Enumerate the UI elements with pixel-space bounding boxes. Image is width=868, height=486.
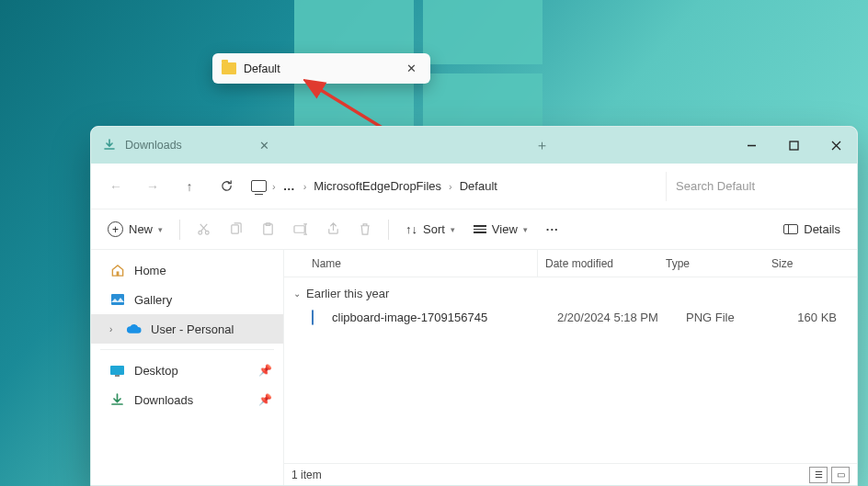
file-size: 160 KB: [792, 311, 857, 324]
nav-gallery[interactable]: Gallery: [91, 285, 283, 314]
search-input[interactable]: [666, 172, 850, 201]
new-label: New: [129, 222, 153, 236]
pin-icon[interactable]: 📌: [258, 393, 272, 406]
nav-downloads[interactable]: Downloads 📌: [91, 385, 283, 414]
new-tab-button[interactable]: ＋: [523, 127, 560, 164]
svg-point-4: [205, 231, 209, 234]
nav-desktop[interactable]: Desktop 📌: [91, 356, 283, 385]
file-explorer-window: Downloads ✕ ＋ ← → ↑ › … › MicrosoftEdgeD…: [90, 126, 858, 486]
nav-home[interactable]: Home: [91, 255, 283, 285]
sort-label: Sort: [423, 222, 445, 236]
details-icon: [783, 224, 798, 234]
view-button[interactable]: View ▾: [466, 219, 535, 240]
nav-label: Downloads: [134, 393, 193, 407]
nav-up-button[interactable]: ↑: [172, 169, 207, 204]
svg-rect-2: [790, 141, 798, 150]
navigation-pane: Home Gallery › User - Personal Desktop 📌…: [91, 250, 284, 485]
breadcrumb-overflow[interactable]: …: [281, 175, 298, 197]
minimize-button[interactable]: [730, 127, 772, 164]
svg-rect-10: [111, 294, 124, 305]
nav-forward-button[interactable]: →: [135, 169, 170, 204]
plus-icon: +: [108, 221, 123, 237]
column-headers[interactable]: Name Date modified Type Size: [284, 250, 857, 277]
svg-rect-12: [115, 375, 120, 377]
status-bar: 1 item ☰ ▭: [284, 463, 857, 485]
tab-label: Downloads: [125, 139, 256, 152]
file-list: ⌄ Earlier this year clipboard-image-1709…: [284, 277, 857, 463]
download-icon: [109, 392, 125, 407]
svg-rect-8: [294, 226, 304, 233]
delete-button[interactable]: [351, 219, 379, 240]
close-tab-icon[interactable]: ✕: [256, 137, 273, 154]
title-bar: Downloads ✕ ＋: [91, 127, 857, 164]
rename-button[interactable]: [286, 219, 315, 240]
breadcrumb-segment[interactable]: Default: [458, 175, 499, 197]
column-type[interactable]: Type: [666, 257, 771, 270]
share-button[interactable]: [319, 219, 348, 240]
chevron-right-icon: ›: [272, 181, 276, 192]
dragged-tab[interactable]: Default ✕: [212, 53, 430, 84]
tab-downloads[interactable]: Downloads ✕: [91, 127, 284, 164]
nav-label: Home: [134, 264, 166, 277]
view-details-toggle[interactable]: ☰: [809, 467, 828, 483]
item-count: 1 item: [291, 469, 322, 481]
group-header[interactable]: ⌄ Earlier this year: [284, 283, 857, 304]
svg-rect-5: [232, 225, 239, 233]
pin-icon[interactable]: 📌: [258, 364, 272, 377]
sort-button[interactable]: ↑↓ Sort ▾: [398, 219, 463, 240]
paste-button[interactable]: [254, 219, 282, 240]
chevron-right-icon: ›: [449, 181, 452, 192]
divider: [100, 349, 274, 350]
column-date[interactable]: Date modified: [537, 250, 666, 277]
nav-label: Gallery: [134, 293, 172, 307]
refresh-button[interactable]: [209, 169, 244, 204]
view-thumbnails-toggle[interactable]: ▭: [831, 467, 850, 483]
chevron-down-icon: ⌄: [293, 288, 301, 299]
sort-icon: ↑↓: [405, 222, 417, 236]
address-bar: ← → ↑ › … › MicrosoftEdgeDropFiles › Def…: [91, 164, 857, 209]
file-list-pane: Name Date modified Type Size ⌄ Earlier t…: [284, 250, 857, 485]
details-pane-button[interactable]: Details: [776, 219, 848, 240]
onedrive-icon: [126, 322, 142, 336]
chevron-down-icon: ▾: [451, 225, 455, 234]
window-controls: [730, 127, 857, 164]
copy-button[interactable]: [222, 219, 250, 240]
more-button[interactable]: ···: [539, 219, 566, 240]
svg-rect-9: [116, 271, 119, 276]
close-icon[interactable]: ✕: [402, 59, 421, 78]
folder-icon: [222, 62, 236, 74]
close-window-button[interactable]: [815, 127, 857, 164]
view-label: View: [492, 222, 518, 236]
view-icon: [474, 225, 486, 233]
chevron-right-icon[interactable]: ›: [109, 324, 119, 334]
nav-label: User - Personal: [151, 322, 234, 336]
home-icon: [109, 263, 125, 277]
breadcrumb-segment[interactable]: MicrosoftEdgeDropFiles: [312, 175, 443, 197]
desktop-icon: [109, 363, 125, 378]
chevron-down-icon: ▾: [158, 225, 163, 234]
details-label: Details: [804, 222, 840, 236]
chevron-right-icon: ›: [303, 181, 307, 192]
file-name: clipboard-image-1709156745: [332, 311, 557, 324]
cut-button[interactable]: [189, 219, 218, 240]
nav-user-personal[interactable]: › User - Personal: [91, 314, 283, 344]
dragged-tab-label: Default: [244, 62, 402, 75]
maximize-button[interactable]: [772, 127, 815, 164]
command-bar: + New ▾ ↑↓ Sort ▾ View ▾ ··· Details: [91, 209, 857, 250]
new-button[interactable]: + New ▾: [100, 218, 170, 241]
group-label: Earlier this year: [306, 287, 389, 300]
file-row[interactable]: clipboard-image-1709156745 2/20/2024 5:1…: [284, 304, 857, 330]
column-size[interactable]: Size: [771, 257, 857, 270]
download-icon: [102, 139, 116, 153]
svg-rect-11: [110, 366, 124, 375]
svg-point-3: [199, 231, 202, 234]
divider: [388, 220, 389, 240]
file-date: 2/20/2024 5:18 PM: [557, 311, 686, 324]
column-name[interactable]: Name: [312, 257, 537, 270]
breadcrumb[interactable]: › … › MicrosoftEdgeDropFiles › Default: [246, 175, 664, 197]
nav-label: Desktop: [134, 364, 178, 378]
this-pc-icon: [251, 180, 267, 192]
divider: [179, 220, 180, 240]
file-type: PNG File: [686, 311, 792, 324]
nav-back-button[interactable]: ←: [98, 169, 133, 204]
